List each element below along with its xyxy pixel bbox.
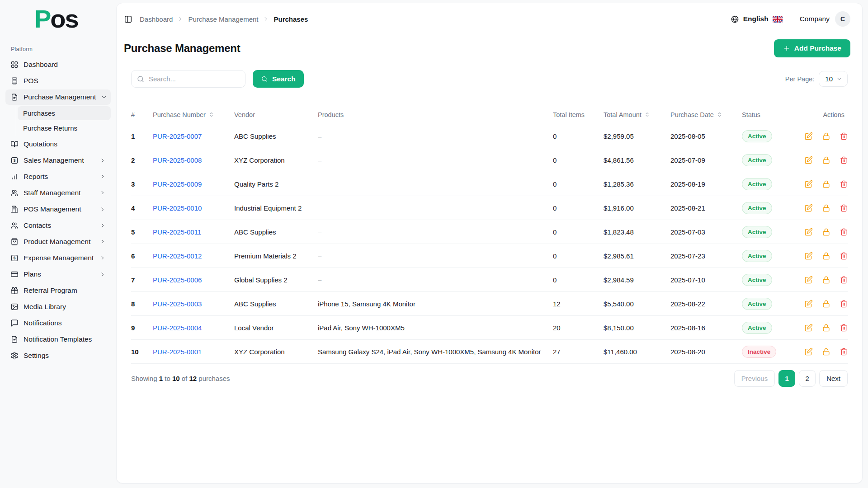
vendor-cell: Global Supplies 2	[234, 268, 318, 292]
edit-action-icon[interactable]	[804, 180, 813, 188]
column-header-purchase_date[interactable]: Purchase Date	[670, 105, 742, 124]
delete-action-icon[interactable]	[840, 324, 848, 332]
products-cell: –	[318, 244, 553, 268]
sidebar-item-staff-management[interactable]: Staff Management	[5, 185, 111, 201]
edit-action-icon[interactable]	[804, 324, 813, 332]
controls-row: Search Per Page: 10	[131, 70, 848, 88]
delete-action-icon[interactable]	[840, 156, 848, 164]
purchase-number-cell: PUR-2025-0003	[153, 292, 234, 316]
sidebar-item-notification-templates[interactable]: Notification Templates	[5, 332, 111, 347]
sidebar-item-contacts[interactable]: Contacts	[5, 218, 111, 233]
unlock-action-icon[interactable]	[822, 347, 830, 356]
lock-action-icon[interactable]	[822, 252, 830, 260]
lock-action-icon[interactable]	[822, 156, 830, 164]
brand-logo[interactable]: Pos	[0, 6, 116, 35]
sidebar-item-quotations[interactable]: Quotations	[5, 136, 111, 152]
edit-action-icon[interactable]	[804, 204, 813, 212]
purchase-number-link[interactable]: PUR-2025-0012	[153, 252, 202, 260]
sidebar-item-pos-management[interactable]: POS Management	[5, 202, 111, 217]
plus-icon	[783, 45, 790, 52]
sidebar-item-reports[interactable]: Reports	[5, 169, 111, 184]
per-page-select[interactable]: 10	[819, 71, 848, 87]
purchase-date-cell: 2025-07-10	[670, 268, 742, 292]
sidebar-item-purchase-management[interactable]: Purchase Management	[5, 89, 111, 105]
column-label: Products	[318, 111, 344, 118]
actions-cell	[796, 244, 848, 268]
edit-action-icon[interactable]	[804, 252, 813, 260]
lock-action-icon[interactable]	[822, 132, 830, 141]
lock-action-icon[interactable]	[822, 276, 830, 284]
sidebar-item-pos[interactable]: POS	[5, 73, 111, 89]
delete-action-icon[interactable]	[840, 204, 848, 212]
delete-action-icon[interactable]	[840, 252, 848, 260]
lock-action-icon[interactable]	[822, 180, 830, 188]
company-menu[interactable]: Company C	[800, 11, 850, 27]
sidebar-subitem-purchases[interactable]: Purchases	[18, 106, 111, 120]
edit-action-icon[interactable]	[804, 156, 813, 164]
sidebar-item-sales-management[interactable]: $Sales Management	[5, 153, 111, 168]
purchase-number-link[interactable]: PUR-2025-0010	[153, 204, 202, 212]
edit-action-icon[interactable]	[804, 276, 813, 284]
column-header-number[interactable]: Purchase Number	[153, 105, 234, 124]
purchase-number-link[interactable]: PUR-2025-0003	[153, 300, 202, 308]
breadcrumb-dashboard[interactable]: Dashboard	[140, 15, 173, 23]
sidebar-item-product-management[interactable]: Product Management	[5, 234, 111, 249]
purchase-number-link[interactable]: PUR-2025-0007	[153, 132, 202, 140]
sidebar-subitem-purchase-returns[interactable]: Purchase Returns	[18, 121, 111, 135]
purchase-number-link[interactable]: PUR-2025-0004	[153, 324, 202, 332]
sidebar-item-label: Reports	[24, 173, 48, 181]
previous-page-button[interactable]: Previous	[734, 370, 775, 387]
sidebar-item-expense-management[interactable]: $Expense Management	[5, 250, 111, 266]
language-label: English	[743, 15, 769, 23]
purchase-number-link[interactable]: PUR-2025-0009	[153, 180, 202, 188]
lock-action-icon[interactable]	[822, 300, 830, 308]
language-selector[interactable]: English	[731, 15, 783, 23]
delete-action-icon[interactable]	[840, 132, 848, 141]
edit-action-icon[interactable]	[804, 132, 813, 141]
purchase-number-link[interactable]: PUR-2025-0006	[153, 276, 202, 284]
edit-icon	[804, 156, 813, 164]
next-page-button[interactable]: Next	[819, 370, 848, 387]
page-button-1[interactable]: 1	[778, 370, 795, 387]
dollar-square-icon: $	[10, 156, 19, 164]
breadcrumb-purchase-management[interactable]: Purchase Management	[188, 15, 258, 23]
products-cell: –	[318, 172, 553, 196]
page-button-2[interactable]: 2	[799, 370, 816, 387]
delete-action-icon[interactable]	[840, 276, 848, 284]
lock-action-icon[interactable]	[822, 204, 830, 212]
page-head: Purchase Management Add Purchase	[117, 35, 862, 57]
sidebar-item-notifications[interactable]: Notifications	[5, 315, 111, 331]
sidebar-item-settings[interactable]: Settings	[5, 348, 111, 363]
products-cell: –	[318, 220, 553, 244]
table-row: 5PUR-2025-0011ABC Supplies–0$1,823.48202…	[131, 220, 848, 244]
sidebar-toggle-icon[interactable]	[124, 15, 132, 23]
add-purchase-button[interactable]: Add Purchase	[774, 39, 850, 57]
table-row: 4PUR-2025-0010Industrial Equipment 2–0$1…	[131, 196, 848, 220]
avatar[interactable]: C	[835, 11, 850, 27]
purchase-number-link[interactable]: PUR-2025-0011	[153, 228, 201, 236]
sidebar-item-plans[interactable]: Plans	[5, 267, 111, 282]
sidebar-item-dashboard[interactable]: Dashboard	[5, 57, 111, 72]
purchase-number-link[interactable]: PUR-2025-0001	[153, 348, 202, 356]
column-header-total_amount[interactable]: Total Amount	[604, 105, 670, 124]
row-index-cell: 8	[131, 292, 153, 316]
sidebar-item-referral-program[interactable]: Referral Program	[5, 283, 111, 298]
edit-action-icon[interactable]	[804, 347, 813, 356]
delete-action-icon[interactable]	[840, 300, 848, 308]
row-index-cell: 10	[131, 340, 153, 364]
sidebar-item-media-library[interactable]: Media Library	[5, 299, 111, 314]
chevron-right-icon	[99, 174, 106, 180]
edit-action-icon[interactable]	[804, 228, 813, 236]
column-header-vendor: Vendor	[234, 105, 318, 124]
breadcrumb-purchases: Purchases	[274, 15, 308, 23]
delete-action-icon[interactable]	[840, 347, 848, 356]
delete-action-icon[interactable]	[840, 228, 848, 236]
edit-action-icon[interactable]	[804, 300, 813, 308]
delete-action-icon[interactable]	[840, 180, 848, 188]
chevron-right-icon	[99, 190, 106, 196]
search-input[interactable]	[131, 70, 245, 88]
lock-action-icon[interactable]	[822, 324, 830, 332]
purchase-number-link[interactable]: PUR-2025-0008	[153, 156, 202, 164]
lock-action-icon[interactable]	[822, 228, 830, 236]
search-button[interactable]: Search	[253, 70, 304, 88]
